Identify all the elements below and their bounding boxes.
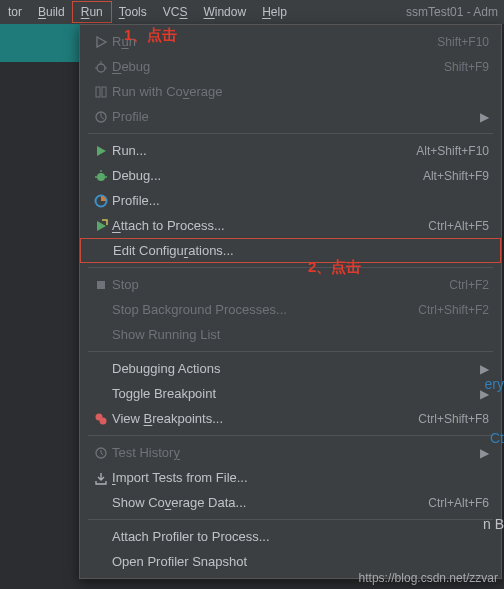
- menu-item-label: Import Tests from File...: [112, 470, 489, 485]
- stop-icon: [90, 278, 112, 292]
- menu-item-label: Profile...: [112, 193, 489, 208]
- separator: [88, 267, 493, 268]
- menu-item-debug[interactable]: Debug...Alt+Shift+F9: [80, 163, 501, 188]
- bug-green-icon: [90, 169, 112, 183]
- edge-text: Ct: [490, 430, 504, 446]
- menu-item-run: RunShift+F10: [80, 29, 501, 54]
- background-strip: [0, 24, 80, 62]
- play-outline-icon: [90, 35, 112, 49]
- menu-item-label: Stop: [112, 277, 449, 292]
- profile-outline-icon: [90, 110, 112, 124]
- play-green-icon: [90, 144, 112, 158]
- menu-item-stop-background-processes: Stop Background Processes...Ctrl+Shift+F…: [80, 297, 501, 322]
- menu-item-label: Run...: [112, 143, 416, 158]
- menu-help[interactable]: Help: [254, 2, 295, 22]
- menu-item-label: Attach Profiler to Process...: [112, 529, 489, 544]
- menu-tools[interactable]: Tools: [111, 2, 155, 22]
- menu-build[interactable]: Build: [30, 2, 73, 22]
- menu-item-stop: StopCtrl+F2: [80, 272, 501, 297]
- submenu-arrow-icon: ▶: [472, 446, 489, 460]
- menu-vcs[interactable]: VCS: [155, 2, 196, 22]
- menu-item-run[interactable]: Run...Alt+Shift+F10: [80, 138, 501, 163]
- menu-item-show-running-list: Show Running List: [80, 322, 501, 347]
- menu-item-profile: Profile▶: [80, 104, 501, 129]
- menu-item-test-history: Test History▶: [80, 440, 501, 465]
- menu-item-debugging-actions[interactable]: Debugging Actions▶: [80, 356, 501, 381]
- svg-point-14: [100, 417, 107, 424]
- edge-text: n B: [483, 516, 504, 532]
- menu-item-view-breakpoints[interactable]: View Breakpoints...Ctrl+Shift+F8: [80, 406, 501, 431]
- separator: [88, 133, 493, 134]
- attach-icon: [90, 219, 112, 233]
- svg-rect-12: [97, 281, 105, 289]
- menu-window[interactable]: Window: [195, 2, 254, 22]
- menu-item-label: View Breakpoints...: [112, 411, 418, 426]
- menu-item-label: Stop Background Processes...: [112, 302, 418, 317]
- shortcut: Ctrl+Alt+F6: [428, 496, 489, 510]
- shortcut: Alt+Shift+F10: [416, 144, 489, 158]
- menu-item-profile[interactable]: Profile...: [80, 188, 501, 213]
- shortcut: Ctrl+Shift+F2: [418, 303, 489, 317]
- edge-text: ery: [485, 376, 504, 392]
- run-menu-dropdown: RunShift+F10DebugShift+F9Run with Covera…: [79, 24, 502, 579]
- separator: [88, 351, 493, 352]
- menu-item-label: Run: [112, 34, 437, 49]
- submenu-arrow-icon: ▶: [472, 362, 489, 376]
- menu-item-attach-profiler-to-process[interactable]: Attach Profiler to Process...: [80, 524, 501, 549]
- menu-item-label: Attach to Process...: [112, 218, 428, 233]
- breakpoints-icon: [90, 412, 112, 426]
- svg-rect-4: [96, 87, 100, 97]
- shortcut: Alt+Shift+F9: [423, 169, 489, 183]
- menu-item-label: Open Profiler Snapshot: [112, 554, 489, 569]
- menu-item-label: Profile: [112, 109, 472, 124]
- menu-item-label: Edit Configurations...: [113, 243, 488, 258]
- shortcut: Shift+F9: [444, 60, 489, 74]
- menu-tor[interactable]: tor: [0, 2, 30, 22]
- menubar: torBuildRunToolsVCSWindowHelpssmTest01 -…: [0, 0, 504, 24]
- submenu-arrow-icon: ▶: [472, 110, 489, 124]
- menu-item-label: Toggle Breakpoint: [112, 386, 472, 401]
- svg-rect-5: [102, 87, 106, 97]
- menu-item-debug: DebugShift+F9: [80, 54, 501, 79]
- menu-item-attach-to-process[interactable]: Attach to Process...Ctrl+Alt+F5: [80, 213, 501, 238]
- separator: [88, 519, 493, 520]
- menu-item-label: Test History: [112, 445, 472, 460]
- menu-item-show-coverage-data[interactable]: Show Coverage Data...Ctrl+Alt+F6: [80, 490, 501, 515]
- shortcut: Ctrl+Alt+F5: [428, 219, 489, 233]
- menu-run[interactable]: Run: [73, 2, 111, 22]
- svg-point-7: [97, 173, 105, 181]
- menu-item-label: Show Running List: [112, 327, 489, 342]
- menu-item-label: Debugging Actions: [112, 361, 472, 376]
- menu-item-run-with-coverage: Run with Coverage: [80, 79, 501, 104]
- shortcut: Ctrl+F2: [449, 278, 489, 292]
- menu-item-label: Debug: [112, 59, 444, 74]
- menu-item-label: Debug...: [112, 168, 423, 183]
- menu-item-toggle-breakpoint[interactable]: Toggle Breakpoint▶: [80, 381, 501, 406]
- bug-outline-icon: [90, 60, 112, 74]
- shortcut: Shift+F10: [437, 35, 489, 49]
- menu-item-edit-configurations[interactable]: Edit Configurations...: [80, 238, 501, 263]
- menu-item-import-tests-from-file[interactable]: Import Tests from File...: [80, 465, 501, 490]
- history-icon: [90, 446, 112, 460]
- profile-color-icon: [90, 194, 112, 208]
- watermark: https://blog.csdn.net/zzvar: [359, 571, 498, 585]
- shortcut: Ctrl+Shift+F8: [418, 412, 489, 426]
- menu-item-label: Show Coverage Data...: [112, 495, 428, 510]
- window-title: ssmTest01 - Adm: [406, 5, 504, 19]
- menu-item-label: Run with Coverage: [112, 84, 489, 99]
- svg-point-0: [97, 64, 105, 72]
- import-icon: [90, 471, 112, 485]
- separator: [88, 435, 493, 436]
- coverage-icon: [90, 85, 112, 99]
